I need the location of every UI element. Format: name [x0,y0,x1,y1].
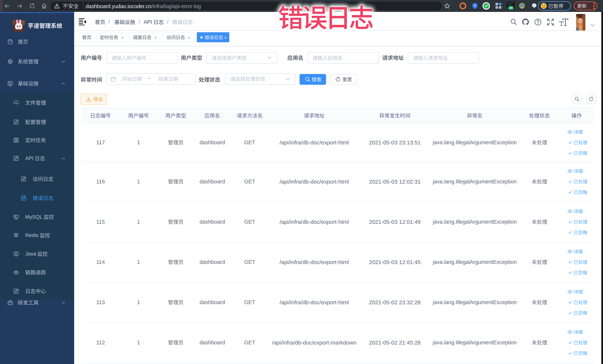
svg-text:on: on [509,6,512,9]
